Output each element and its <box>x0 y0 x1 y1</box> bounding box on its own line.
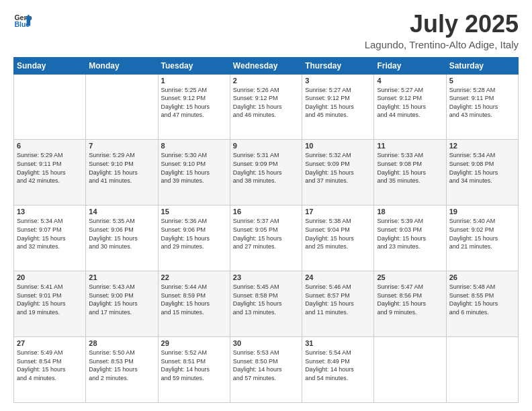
calendar-cell: 19Sunrise: 5:40 AM Sunset: 9:02 PM Dayli… <box>446 205 518 271</box>
day-info: Sunrise: 5:25 AM Sunset: 9:12 PM Dayligh… <box>161 86 227 120</box>
calendar-cell: 13Sunrise: 5:34 AM Sunset: 9:07 PM Dayli… <box>14 205 86 271</box>
day-info: Sunrise: 5:40 AM Sunset: 9:02 PM Dayligh… <box>449 217 515 250</box>
calendar-cell: 6Sunrise: 5:29 AM Sunset: 9:11 PM Daylig… <box>14 140 86 205</box>
day-number: 3 <box>305 77 371 85</box>
month-title: July 2025 <box>365 11 519 38</box>
day-number: 5 <box>449 77 515 85</box>
day-number: 28 <box>89 339 154 347</box>
calendar-week-row: 1Sunrise: 5:25 AM Sunset: 9:12 PM Daylig… <box>14 74 519 140</box>
day-info: Sunrise: 5:53 AM Sunset: 8:50 PM Dayligh… <box>233 349 299 382</box>
weekday-header: Tuesday <box>158 57 230 74</box>
day-number: 1 <box>161 77 227 85</box>
day-info: Sunrise: 5:26 AM Sunset: 9:12 PM Dayligh… <box>233 86 299 120</box>
calendar-cell: 3Sunrise: 5:27 AM Sunset: 9:12 PM Daylig… <box>302 74 374 140</box>
calendar-cell: 9Sunrise: 5:31 AM Sunset: 9:09 PM Daylig… <box>230 140 302 205</box>
calendar-cell: 31Sunrise: 5:54 AM Sunset: 8:49 PM Dayli… <box>302 337 374 403</box>
day-info: Sunrise: 5:47 AM Sunset: 8:56 PM Dayligh… <box>377 283 443 316</box>
calendar-cell: 4Sunrise: 5:27 AM Sunset: 9:12 PM Daylig… <box>374 74 446 140</box>
weekday-header: Thursday <box>302 57 374 74</box>
day-info: Sunrise: 5:32 AM Sunset: 9:09 PM Dayligh… <box>305 151 371 185</box>
day-info: Sunrise: 5:49 AM Sunset: 8:54 PM Dayligh… <box>17 349 83 382</box>
calendar-cell: 20Sunrise: 5:41 AM Sunset: 9:01 PM Dayli… <box>14 271 86 337</box>
calendar-table: SundayMondayTuesdayWednesdayThursdayFrid… <box>13 57 519 403</box>
calendar-cell <box>86 74 158 140</box>
calendar-cell: 30Sunrise: 5:53 AM Sunset: 8:50 PM Dayli… <box>230 337 302 403</box>
day-number: 12 <box>449 142 515 150</box>
calendar-cell: 16Sunrise: 5:37 AM Sunset: 9:05 PM Dayli… <box>230 205 302 271</box>
calendar-week-row: 20Sunrise: 5:41 AM Sunset: 9:01 PM Dayli… <box>14 271 519 337</box>
calendar-cell: 17Sunrise: 5:38 AM Sunset: 9:04 PM Dayli… <box>302 205 374 271</box>
logo-icon: General Blue <box>13 11 32 30</box>
weekday-header: Saturday <box>446 57 518 74</box>
day-info: Sunrise: 5:41 AM Sunset: 9:01 PM Dayligh… <box>17 283 83 316</box>
calendar-cell: 14Sunrise: 5:35 AM Sunset: 9:06 PM Dayli… <box>86 205 158 271</box>
weekday-header: Friday <box>374 57 446 74</box>
calendar-cell: 27Sunrise: 5:49 AM Sunset: 8:54 PM Dayli… <box>14 337 86 403</box>
calendar-week-row: 27Sunrise: 5:49 AM Sunset: 8:54 PM Dayli… <box>14 337 519 403</box>
calendar-cell: 23Sunrise: 5:45 AM Sunset: 8:58 PM Dayli… <box>230 271 302 337</box>
weekday-header: Wednesday <box>230 57 302 74</box>
day-info: Sunrise: 5:27 AM Sunset: 9:12 PM Dayligh… <box>305 86 371 120</box>
calendar-cell: 22Sunrise: 5:44 AM Sunset: 8:59 PM Dayli… <box>158 271 230 337</box>
day-info: Sunrise: 5:43 AM Sunset: 9:00 PM Dayligh… <box>89 283 154 316</box>
day-number: 27 <box>17 339 83 347</box>
day-info: Sunrise: 5:38 AM Sunset: 9:04 PM Dayligh… <box>305 217 371 250</box>
day-number: 30 <box>233 339 299 347</box>
day-number: 20 <box>17 273 83 281</box>
header: General Blue July 2025 Lagundo, Trentino… <box>13 11 519 50</box>
logo: General Blue <box>13 11 32 30</box>
title-block: July 2025 Lagundo, Trentino-Alto Adige, … <box>365 11 519 50</box>
day-number: 22 <box>161 273 227 281</box>
calendar-cell: 15Sunrise: 5:36 AM Sunset: 9:06 PM Dayli… <box>158 205 230 271</box>
day-number: 2 <box>233 77 299 85</box>
calendar-cell: 12Sunrise: 5:34 AM Sunset: 9:08 PM Dayli… <box>446 140 518 205</box>
day-info: Sunrise: 5:36 AM Sunset: 9:06 PM Dayligh… <box>161 217 227 250</box>
day-info: Sunrise: 5:29 AM Sunset: 9:11 PM Dayligh… <box>17 151 83 185</box>
calendar-cell: 2Sunrise: 5:26 AM Sunset: 9:12 PM Daylig… <box>230 74 302 140</box>
day-number: 26 <box>449 273 515 281</box>
weekday-header: Sunday <box>14 57 86 74</box>
calendar-cell: 18Sunrise: 5:39 AM Sunset: 9:03 PM Dayli… <box>374 205 446 271</box>
day-number: 25 <box>377 273 443 281</box>
day-info: Sunrise: 5:34 AM Sunset: 9:07 PM Dayligh… <box>17 217 83 250</box>
day-info: Sunrise: 5:27 AM Sunset: 9:12 PM Dayligh… <box>377 86 443 120</box>
day-number: 18 <box>377 208 443 216</box>
day-info: Sunrise: 5:54 AM Sunset: 8:49 PM Dayligh… <box>305 349 371 382</box>
day-number: 21 <box>89 273 154 281</box>
day-number: 15 <box>161 208 227 216</box>
day-info: Sunrise: 5:28 AM Sunset: 9:11 PM Dayligh… <box>449 86 515 120</box>
day-info: Sunrise: 5:37 AM Sunset: 9:05 PM Dayligh… <box>233 217 299 250</box>
day-number: 13 <box>17 208 83 216</box>
day-info: Sunrise: 5:34 AM Sunset: 9:08 PM Dayligh… <box>449 151 515 185</box>
calendar-cell: 25Sunrise: 5:47 AM Sunset: 8:56 PM Dayli… <box>374 271 446 337</box>
day-info: Sunrise: 5:30 AM Sunset: 9:10 PM Dayligh… <box>161 151 227 185</box>
day-number: 7 <box>89 142 154 150</box>
calendar-cell: 11Sunrise: 5:33 AM Sunset: 9:08 PM Dayli… <box>374 140 446 205</box>
calendar-cell: 5Sunrise: 5:28 AM Sunset: 9:11 PM Daylig… <box>446 74 518 140</box>
day-number: 11 <box>377 142 443 150</box>
calendar-cell: 24Sunrise: 5:46 AM Sunset: 8:57 PM Dayli… <box>302 271 374 337</box>
day-number: 24 <box>305 273 371 281</box>
day-number: 16 <box>233 208 299 216</box>
day-number: 4 <box>377 77 443 85</box>
calendar-cell: 10Sunrise: 5:32 AM Sunset: 9:09 PM Dayli… <box>302 140 374 205</box>
day-number: 23 <box>233 273 299 281</box>
day-info: Sunrise: 5:35 AM Sunset: 9:06 PM Dayligh… <box>89 217 154 250</box>
calendar-cell: 29Sunrise: 5:52 AM Sunset: 8:51 PM Dayli… <box>158 337 230 403</box>
location-title: Lagundo, Trentino-Alto Adige, Italy <box>365 39 519 50</box>
day-number: 10 <box>305 142 371 150</box>
day-number: 14 <box>89 208 154 216</box>
day-info: Sunrise: 5:33 AM Sunset: 9:08 PM Dayligh… <box>377 151 443 185</box>
calendar-cell <box>374 337 446 403</box>
calendar-cell <box>446 337 518 403</box>
calendar-cell: 1Sunrise: 5:25 AM Sunset: 9:12 PM Daylig… <box>158 74 230 140</box>
calendar-week-row: 13Sunrise: 5:34 AM Sunset: 9:07 PM Dayli… <box>14 205 519 271</box>
calendar-cell: 28Sunrise: 5:50 AM Sunset: 8:53 PM Dayli… <box>86 337 158 403</box>
calendar-cell: 8Sunrise: 5:30 AM Sunset: 9:10 PM Daylig… <box>158 140 230 205</box>
day-number: 29 <box>161 339 227 347</box>
calendar-cell: 21Sunrise: 5:43 AM Sunset: 9:00 PM Dayli… <box>86 271 158 337</box>
day-info: Sunrise: 5:44 AM Sunset: 8:59 PM Dayligh… <box>161 283 227 316</box>
day-number: 6 <box>17 142 83 150</box>
day-info: Sunrise: 5:29 AM Sunset: 9:10 PM Dayligh… <box>89 151 154 185</box>
day-number: 19 <box>449 208 515 216</box>
